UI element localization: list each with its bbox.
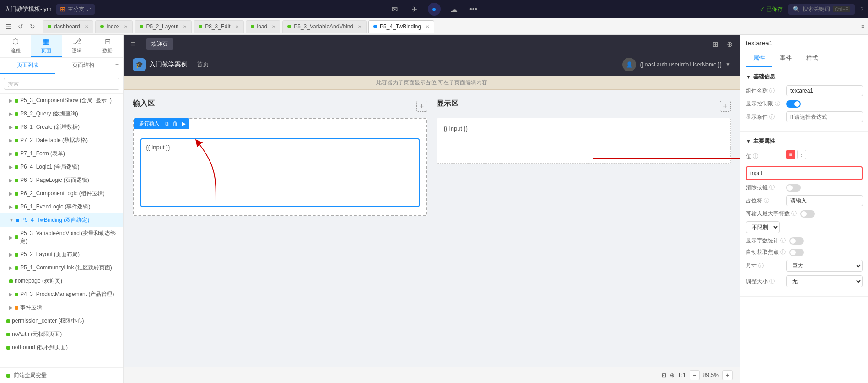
display-section-title: 显示区 [437,99,458,109]
tab-p83edit[interactable]: P8_3_Edit ✕ [194,20,243,33]
canvas-app-bar: 🎓 入门教学案例 首页 👤 {{ nasl.auth.userInfo.User… [124,53,740,76]
sidebar-tab-add[interactable]: + [111,58,123,74]
sidebar-tab-pagestructure[interactable]: 页面结构 [55,58,111,74]
help-icon[interactable]: ? [860,6,863,12]
tab-close-icon[interactable]: ✕ [124,24,128,29]
center-view-icon[interactable]: ⊕ [670,372,674,378]
zoom-in-btn[interactable]: + [722,370,733,380]
autofocus-toggle[interactable] [789,249,804,256]
list-item[interactable]: ▶ P6_1_EventLogic (事件逻辑) [0,200,123,213]
resize-row: 调整大小 ⓘ 无 竖向 横向 双向 [746,275,863,287]
tab-p52layout[interactable]: P5_2_Layout ✕ [135,20,192,33]
tab-more-btn[interactable]: ≡ [861,23,864,30]
tab-events[interactable]: 事件 [772,50,799,67]
redo-icon[interactable]: ↻ [28,22,37,31]
fit-icon[interactable]: ⊡ [662,372,666,378]
display-section-add-btn[interactable]: + [720,101,731,112]
expand-icon[interactable]: ☰ [4,22,13,31]
tab-index[interactable]: index ✕ [95,20,133,33]
show-condition-input[interactable] [786,111,863,122]
value-input-row: ≡ ⋮ [786,150,863,159]
user-binding-text: {{ nasl.auth.userInfo.UserName }} [640,61,722,68]
more-icon-btn[interactable]: ••• [467,3,480,16]
resize-label: 调整大小 ⓘ [746,278,782,285]
display-binding-text: {{ input }} [444,125,468,132]
list-item[interactable]: ▶ P8_1_Create (新增数据) [0,120,123,134]
item-label: notFound (找不到页面) [12,344,68,351]
tab-p54twbinding[interactable]: P5_4_TwBinding ✕ [368,20,434,33]
list-item[interactable]: noAuth (无权限页面) [0,328,123,341]
sidebar-tab-pagelist[interactable]: 页面列表 [0,58,55,74]
tab-dot [48,25,51,28]
list-item[interactable]: ▶ P5_2_Layout (页面布局) [0,248,123,261]
component-label[interactable]: 多行输入 [136,119,162,128]
zoom-out-btn[interactable]: − [690,370,700,380]
undo-icon[interactable]: ↺ [16,22,25,31]
publish-icon-btn[interactable]: ☁ [447,3,460,16]
tab-close-icon[interactable]: ✕ [85,24,88,29]
tab-properties[interactable]: 属性 [746,50,772,67]
list-item[interactable]: ▶ 事件逻辑 [0,301,123,314]
tab-close-icon[interactable]: ✕ [426,24,429,29]
list-item-active[interactable]: ▼ P5_4_TwBinding (双向绑定) [0,213,123,227]
list-item[interactable]: ▶ P4_3_ProductManagement (产品管理) [0,288,123,301]
tab-close-icon[interactable]: ✕ [183,24,187,29]
canvas-nav-link[interactable]: 首页 [197,60,209,69]
sidebar-footer-global-vars[interactable]: 前端全局变量 [0,368,123,383]
list-item[interactable]: notFound (找不到页面) [0,341,123,354]
list-item[interactable]: ▶ P5_3_VariableAndVbind (变量和动态绑定) [0,227,123,248]
center-icon[interactable]: ⊕ [725,38,734,50]
value-more-btn[interactable]: ⋮ [797,150,806,159]
tab-p53variable[interactable]: P5_3_VariableAndVbind ✕ [282,20,367,33]
size-select[interactable]: 巨大 大 中 小 [786,260,863,272]
list-item[interactable]: ▶ P7_2_DateTable (数据表格) [0,134,123,147]
tab-styles[interactable]: 样式 [799,50,825,67]
tab-close-icon[interactable]: ✕ [235,24,239,29]
clear-btn-toggle[interactable] [786,184,801,192]
logo-icon: 🎓 [133,58,146,71]
expand-panel-icon[interactable]: ≡ [129,38,137,50]
list-item[interactable]: permission_center (权限中心) [0,314,123,328]
copy-icon[interactable]: ⧉ [164,120,170,128]
search-bar[interactable]: 🔍 搜索关键词 Ctrl+F [788,4,855,15]
tab-close-icon[interactable]: ✕ [358,24,361,29]
max-length-label: 可输入最大字符数 ⓘ [746,210,797,218]
list-item[interactable]: ▶ P6_2_ComponentLogic (组件逻辑) [0,187,123,200]
resize-select[interactable]: 无 竖向 横向 双向 [786,275,863,287]
message-icon-btn[interactable]: ✉ [388,3,401,16]
nav-page[interactable]: ▦ 页面 [31,35,61,57]
tab-dashboard[interactable]: dashboard ✕ [43,20,93,33]
placeholder-input[interactable] [786,195,863,206]
tab-load[interactable]: load ✕ [246,20,281,33]
collapse-icon[interactable]: ▼ [746,138,751,145]
canvas-page-tab[interactable]: 欢迎页 [146,38,173,50]
list-item[interactable]: homepage (欢迎页) [0,274,123,288]
nav-data[interactable]: ⊞ 数据 [92,35,123,57]
tab-close-icon[interactable]: ✕ [272,24,275,29]
component-name-input[interactable] [786,85,863,96]
list-item[interactable]: ▶ P6_4_Logic1 (全局逻辑) [0,160,123,174]
list-item[interactable]: ▶ P7_1_Form (表单) [0,147,123,160]
input-section-add-btn[interactable]: + [416,101,427,112]
user-dropdown-icon[interactable]: ▼ [725,61,731,68]
list-item[interactable]: ▶ P8_2_Query (数据查询) [0,107,123,120]
textarea-component[interactable]: {{ input }} [140,138,420,207]
nav-logic[interactable]: ⎇ 逻辑 [62,35,92,57]
delete-icon[interactable]: 🗑 [172,120,179,128]
value-bind-btn[interactable]: ≡ [786,150,795,159]
list-item[interactable]: ▶ P6_3_PageLogic (页面逻辑) [0,174,123,187]
show-control-toggle[interactable] [786,100,801,108]
branch-selector[interactable]: ⊞ 主分支 ⇌ [56,4,95,15]
sidebar-search-input[interactable] [4,78,119,90]
max-length-select[interactable]: 不限制 [746,221,780,233]
fit-screen-icon[interactable]: ⊞ [711,38,720,50]
show-count-toggle[interactable] [789,237,804,245]
more-icon[interactable]: ▶ [181,120,187,128]
preview-icon-btn[interactable]: ● [428,3,441,16]
list-item[interactable]: ▶ P5_3_ComponentShow (全局+显示+) [0,94,123,107]
nav-flow[interactable]: ⬡ 流程 [0,35,31,57]
max-length-toggle[interactable] [800,210,815,218]
list-item[interactable]: ▶ P5_1_CommunityLink (社区跳转页面) [0,261,123,274]
send-icon-btn[interactable]: ✈ [408,3,421,16]
collapse-icon[interactable]: ▼ [746,74,751,80]
